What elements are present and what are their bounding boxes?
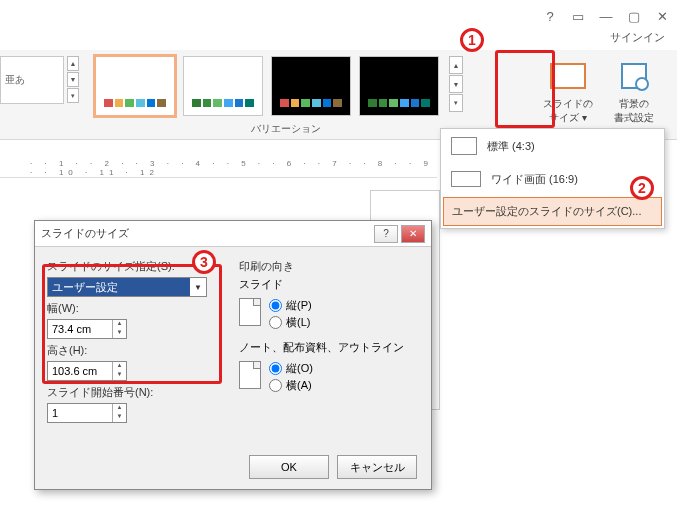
signin-link[interactable]: サインイン	[610, 30, 665, 45]
radio-slide-portrait[interactable]: 縦(P)	[269, 298, 312, 313]
callout-2: 2	[630, 176, 654, 200]
slide-size-dialog: スライドのサイズ ? ✕ スライドのサイズ指定(S): ユーザー設定 ▼ 幅(W…	[34, 220, 432, 490]
width-label: 幅(W):	[47, 301, 227, 316]
print-orientation-label: 印刷の向き	[239, 259, 419, 274]
chevron-down-icon: ▼	[190, 283, 206, 292]
variation-thumb-4[interactable]	[359, 56, 439, 116]
ratio-4-3-icon	[451, 137, 477, 155]
close-icon[interactable]: ✕	[655, 9, 669, 23]
background-format-icon	[621, 63, 647, 89]
variation-gallery-scroll[interactable]: ▲▼▾	[449, 56, 463, 116]
minimize-icon[interactable]: —	[599, 9, 613, 23]
page-icon	[239, 361, 261, 389]
radio-notes-portrait[interactable]: 縦(O)	[269, 361, 313, 376]
page-icon	[239, 298, 261, 326]
height-value: 103.6 cm	[48, 365, 112, 377]
radio-notes-landscape[interactable]: 横(A)	[269, 378, 313, 393]
theme-thumb[interactable]: 亜あ	[0, 56, 64, 104]
theme-gallery-scroll[interactable]: ▲▼▾	[67, 56, 79, 103]
menu-item-custom-label: ユーザー設定のスライドのサイズ(C)...	[452, 204, 641, 219]
slide-size-button[interactable]: スライドの サイズ ▾	[539, 56, 597, 124]
bg-label-2: 書式設定	[605, 112, 663, 124]
menu-item-standard-label: 標準 (4:3)	[487, 139, 535, 154]
slide-size-label-2: サイズ ▾	[539, 112, 597, 124]
variation-gallery: ▲▼▾	[95, 56, 463, 116]
radio-slide-landscape[interactable]: 横(L)	[269, 315, 312, 330]
dialog-close-button[interactable]: ✕	[401, 225, 425, 243]
callout-1: 1	[460, 28, 484, 52]
dialog-title: スライドのサイズ	[41, 226, 371, 241]
height-label: 高さ(H):	[47, 343, 227, 358]
height-spinner[interactable]: 103.6 cm ▲▼	[47, 361, 127, 381]
variation-thumb-3[interactable]	[271, 56, 351, 116]
menu-item-custom-size[interactable]: ユーザー設定のスライドのサイズ(C)...	[443, 197, 662, 226]
background-format-button[interactable]: 背景の 書式設定	[605, 56, 663, 124]
slide-orientation-label: スライド	[239, 277, 419, 292]
dialog-help-button[interactable]: ?	[374, 225, 398, 243]
ribbon: 亜あ ▲▼▾ ▲▼▾ バリエーション スライドの サイズ ▾ 背景の 書式設定	[0, 50, 677, 140]
callout-3: 3	[192, 250, 216, 274]
slide-size-icon	[550, 63, 586, 89]
cancel-button[interactable]: キャンセル	[337, 455, 417, 479]
restore-icon[interactable]: ▢	[627, 9, 641, 23]
width-value: 73.4 cm	[48, 323, 112, 335]
menu-item-standard[interactable]: 標準 (4:3)	[441, 129, 664, 163]
variation-thumb-2[interactable]	[183, 56, 263, 116]
ok-button[interactable]: OK	[249, 455, 329, 479]
variation-thumb-1[interactable]	[95, 56, 175, 116]
menu-item-wide-label: ワイド画面 (16:9)	[491, 172, 578, 187]
help-icon[interactable]: ?	[543, 9, 557, 23]
slide-size-menu: 標準 (4:3) ワイド画面 (16:9) ユーザー設定のスライドのサイズ(C)…	[440, 128, 665, 229]
ratio-16-9-icon	[451, 171, 481, 187]
start-number-spinner[interactable]: 1 ▲▼	[47, 403, 127, 423]
bg-label-1: 背景の	[605, 98, 663, 110]
size-spec-value: ユーザー設定	[48, 278, 190, 296]
slide-size-label-1: スライドの	[539, 98, 597, 110]
notes-orientation-label: ノート、配布資料、アウトライン	[239, 340, 419, 355]
start-number-value: 1	[48, 407, 112, 419]
horizontal-ruler: · · 1 · · 2 · · 3 · · 4 · · 5 · · 6 · · …	[0, 160, 437, 178]
start-number-label: スライド開始番号(N):	[47, 385, 227, 400]
width-spinner[interactable]: 73.4 cm ▲▼	[47, 319, 127, 339]
size-spec-combo[interactable]: ユーザー設定 ▼	[47, 277, 207, 297]
variation-group-label: バリエーション	[95, 122, 477, 136]
ribbon-opts-icon[interactable]: ▭	[571, 9, 585, 23]
